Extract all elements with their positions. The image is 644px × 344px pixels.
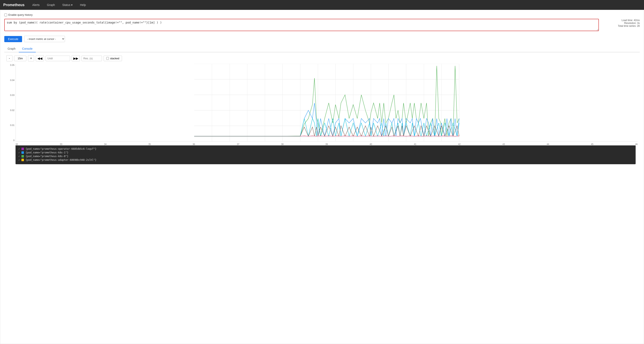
main-container: Enable query history sum by (pod_name)( … bbox=[4, 13, 640, 164]
stacked-checkbox[interactable] bbox=[106, 57, 109, 60]
y-label-3: 0.02 bbox=[6, 109, 14, 112]
legend-text-2: {pod_name="prometheus-k8s-0"} bbox=[26, 155, 68, 158]
res-input[interactable] bbox=[82, 56, 102, 61]
x-label-38: 38 bbox=[281, 143, 284, 145]
duration-input[interactable] bbox=[14, 56, 26, 61]
legend-color-1 bbox=[22, 151, 24, 154]
resolution-label: Resolution: bbox=[624, 22, 636, 25]
legend: ✓ {pod_name="prometheus-operator-6685db5… bbox=[16, 145, 636, 164]
controls-row: Execute - insert metric at cursor - bbox=[4, 36, 640, 42]
query-history-checkbox[interactable] bbox=[4, 14, 7, 16]
forward-button[interactable]: ▶▶ bbox=[72, 55, 80, 61]
x-label-42: 42 bbox=[458, 143, 460, 145]
total-series-label: Total time series: bbox=[618, 25, 636, 28]
y-label-4: 0.01 bbox=[6, 124, 14, 126]
legend-item-0: ✓ {pod_name="prometheus-operator-6685db5… bbox=[18, 147, 633, 150]
tabs-row: Graph Console bbox=[4, 45, 640, 52]
y-label-0: 0.05 bbox=[6, 64, 14, 66]
y-label-5: 0 bbox=[6, 139, 14, 142]
x-label-34: 34 bbox=[104, 143, 106, 145]
x-label-35: 35 bbox=[148, 143, 151, 145]
alerts-nav[interactable]: Alerts bbox=[31, 3, 41, 7]
stacked-button[interactable]: stacked bbox=[104, 56, 122, 61]
load-time-value: 42ms bbox=[634, 19, 640, 22]
x-label-36: 36 bbox=[193, 143, 195, 145]
load-time: Load time: 42ms bbox=[603, 19, 640, 22]
resolution-value: 3s bbox=[637, 22, 640, 25]
back-button[interactable]: ◀◀ bbox=[36, 55, 44, 61]
legend-color-3 bbox=[22, 159, 24, 161]
legend-check-2: ✓ bbox=[18, 155, 20, 158]
duration-minus-button[interactable]: - bbox=[6, 55, 12, 61]
total-series: Total time series: 28 bbox=[603, 25, 640, 28]
legend-text-1: {pod_name="prometheus-k8s-1"} bbox=[26, 151, 68, 154]
legend-color-2 bbox=[22, 155, 24, 157]
help-nav[interactable]: Help bbox=[78, 3, 88, 7]
query-input[interactable]: sum by (pod_name)( rate(container_cpu_us… bbox=[4, 19, 599, 31]
legend-text-3: {pod_name="prometheus-adapter-68698bc948… bbox=[26, 159, 96, 161]
legend-check-3: ✓ bbox=[18, 159, 20, 161]
x-label-46: 46 bbox=[635, 143, 638, 145]
legend-item-3: ✓ {pod_name="prometheus-adapter-68698bc9… bbox=[18, 159, 633, 161]
x-label-41: 41 bbox=[414, 143, 416, 145]
y-label-2: 0.03 bbox=[6, 94, 14, 96]
legend-color-0 bbox=[22, 148, 24, 150]
stacked-label: stacked bbox=[110, 57, 119, 60]
y-label-1: 0.04 bbox=[6, 79, 14, 81]
duration-plus-button[interactable]: + bbox=[28, 55, 34, 61]
tab-console[interactable]: Console bbox=[19, 45, 36, 52]
resolution: Resolution: 3s bbox=[603, 22, 640, 25]
brand-title: Prometheus bbox=[3, 3, 24, 7]
chart-wrapper: 0.05 0.04 0.03 0.02 0.01 0 bbox=[4, 64, 640, 164]
x-label-39: 39 bbox=[325, 143, 328, 145]
total-series-value: 28 bbox=[637, 25, 640, 28]
legend-text-0: {pod_name="prometheus-operator-6685db5c6… bbox=[26, 147, 96, 150]
x-label-40: 40 bbox=[370, 143, 372, 145]
x-label-33: 33 bbox=[60, 143, 62, 145]
graph-controls: - + ◀◀ ▶▶ stacked bbox=[4, 55, 640, 61]
chart-svg bbox=[16, 64, 638, 142]
query-history-label: Enable query history bbox=[8, 13, 33, 16]
x-label-45: 45 bbox=[591, 143, 593, 145]
tab-graph[interactable]: Graph bbox=[4, 45, 19, 52]
query-history-row: Enable query history bbox=[4, 13, 640, 16]
legend-check-1: ✓ bbox=[18, 151, 20, 154]
navbar: Prometheus Alerts Graph Status ▾ Help bbox=[0, 0, 644, 10]
status-nav[interactable]: Status ▾ bbox=[61, 3, 74, 7]
status-dropdown-icon: ▾ bbox=[71, 3, 72, 7]
graph-nav[interactable]: Graph bbox=[45, 3, 56, 7]
x-label-37: 37 bbox=[237, 143, 239, 145]
x-label-43: 43 bbox=[502, 143, 505, 145]
legend-item-1: ✓ {pod_name="prometheus-k8s-1"} bbox=[18, 151, 633, 154]
legend-check-0: ✓ bbox=[18, 147, 20, 150]
main-content: Enable query history sum by (pod_name)( … bbox=[0, 10, 644, 344]
execute-button[interactable]: Execute bbox=[4, 36, 22, 42]
legend-item-2: ✓ {pod_name="prometheus-k8s-0"} bbox=[18, 155, 633, 158]
load-time-label: Load time: bbox=[622, 19, 633, 22]
x-label-44: 44 bbox=[547, 143, 549, 145]
until-input[interactable] bbox=[46, 56, 70, 61]
x-label-32: 32 bbox=[16, 143, 18, 145]
insert-metric-select[interactable]: - insert metric at cursor - bbox=[24, 36, 65, 42]
